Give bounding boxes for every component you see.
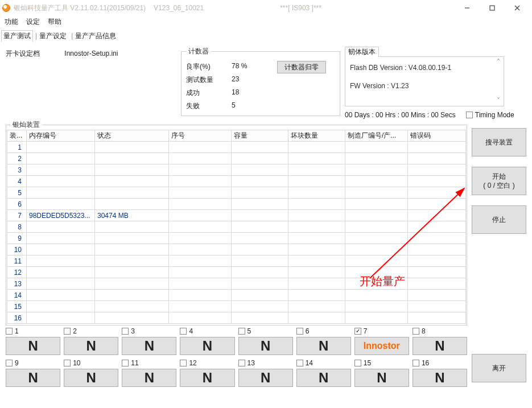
slot-4-checkbox[interactable] — [180, 328, 187, 335]
table-row[interactable]: 4 — [7, 176, 466, 187]
slot-8-status: N — [413, 337, 467, 355]
tab-mp-settings[interactable]: 量产设定 — [33, 30, 69, 42]
slot-4: 4N — [180, 327, 234, 355]
window-maximize-button[interactable] — [480, 1, 505, 15]
chip-label: ***[ IS903 ]*** — [280, 4, 321, 12]
slot-13-checkbox[interactable] — [238, 360, 245, 366]
slot-5-status: N — [238, 337, 293, 355]
slot-2-checkbox[interactable] — [64, 328, 71, 335]
slot-15-status: N — [354, 369, 409, 387]
stop-button[interactable]: 停止 — [472, 205, 526, 234]
fail-value: 5 — [232, 101, 271, 111]
app-title: 银灿科技量产工具 V2.11.02.11(2015/09/21) — [14, 3, 146, 13]
yield-value: 78 % — [232, 62, 271, 72]
slot-11: 11N — [122, 358, 176, 387]
tab-strip: 量产测试 量产设定 量产产品信息 — [0, 30, 532, 42]
table-row[interactable]: 8 — [7, 221, 466, 233]
tests-value: 23 — [232, 75, 271, 85]
fw-group: 韧体版本 Flash DB Version : V4.08.00.19-1 FW… — [345, 47, 515, 109]
col-memory-id[interactable]: 内存编号 — [27, 130, 95, 142]
slot-1-checkbox[interactable] — [6, 328, 13, 335]
exit-button[interactable]: 离开 — [472, 354, 526, 382]
table-row[interactable]: 798DEDED5D5323...30474 MB — [7, 210, 466, 221]
slot-11-checkbox[interactable] — [122, 360, 129, 366]
table-row[interactable]: 2 — [7, 153, 466, 164]
slot-8-checkbox[interactable] — [413, 328, 419, 335]
slot-5: 5N — [238, 327, 293, 355]
menu-function[interactable]: 功能 — [5, 17, 18, 27]
slot-2-status: N — [64, 337, 118, 355]
card-setup-file: Innostor-Setup.ini — [64, 50, 118, 57]
slot-14-status: N — [296, 369, 351, 387]
slot-1: 1N — [6, 327, 60, 355]
slot-grid: 1N 2N 3N 4N 5N 6N 7Innostor 8N 9N 10N 11… — [6, 327, 467, 387]
table-row[interactable]: 11 — [7, 255, 466, 267]
col-capacity[interactable]: 容量 — [232, 130, 288, 142]
tab-mp-test[interactable]: 量产测试 — [1, 30, 33, 42]
counter-reset-button[interactable]: 计数器归零 — [277, 61, 326, 73]
window-minimize-button[interactable] — [455, 1, 480, 15]
slot-1-status: N — [6, 337, 60, 355]
fw-scrollbar[interactable]: ˄˅ — [494, 57, 503, 105]
slot-12-checkbox[interactable] — [180, 360, 187, 366]
slot-10-checkbox[interactable] — [64, 360, 71, 366]
menu-help[interactable]: 帮助 — [48, 17, 61, 27]
col-badblocks[interactable]: 坏块数量 — [288, 130, 345, 142]
yield-label: 良率(%) — [186, 62, 232, 72]
search-device-button[interactable]: 搜寻装置 — [472, 128, 526, 156]
col-error[interactable]: 错误码 — [408, 130, 466, 142]
window-close-button[interactable] — [505, 1, 530, 15]
slot-5-checkbox[interactable] — [238, 328, 245, 335]
table-row[interactable]: 15 — [7, 301, 466, 312]
slot-11-status: N — [122, 369, 176, 387]
table-row[interactable]: 3 — [7, 164, 466, 176]
table-row[interactable]: 9 — [7, 233, 466, 244]
elapsed-timer: 00 Days : 00 Hrs : 00 Mins : 00 Secs — [345, 111, 456, 119]
table-row[interactable]: 10 — [7, 244, 466, 255]
table-row[interactable]: 12 — [7, 267, 466, 278]
table-row[interactable]: 14 — [7, 290, 466, 301]
slot-3-status: N — [122, 337, 176, 355]
slot-15: 15N — [354, 358, 409, 387]
col-device[interactable]: 装... — [7, 130, 27, 142]
slot-13: 13N — [238, 358, 293, 387]
table-row[interactable]: 1 — [7, 142, 466, 153]
table-row[interactable]: 5 — [7, 187, 466, 199]
pass-value: 18 — [232, 88, 271, 98]
app-icon — [2, 4, 10, 12]
slot-3-checkbox[interactable] — [122, 328, 129, 335]
table-row[interactable]: 13 — [7, 278, 466, 290]
slot-14: 14N — [296, 358, 351, 387]
slot-15-checkbox[interactable] — [354, 360, 361, 366]
slot-14-checkbox[interactable] — [296, 360, 303, 366]
slot-7-checkbox[interactable] — [354, 328, 361, 335]
tab-mp-product-info[interactable]: 量产产品信息 — [69, 30, 118, 42]
slot-2: 2N — [64, 327, 118, 355]
table-row[interactable]: 6 — [7, 199, 466, 210]
counter-group: 计数器 良率(%)78 % 测试数量23 成功18 失败5 计数器归零 — [181, 47, 340, 116]
fw-version: FW Version : V1.23 — [350, 80, 500, 92]
col-vendor[interactable]: 制造厂编号/产... — [345, 130, 408, 142]
slot-9-checkbox[interactable] — [6, 360, 13, 366]
col-status[interactable]: 状态 — [95, 130, 169, 142]
timing-mode-checkbox[interactable] — [466, 112, 473, 118]
timing-mode-label: Timing Mode — [475, 111, 514, 119]
slot-7: 7Innostor — [354, 327, 409, 355]
slot-6-status: N — [296, 337, 351, 355]
slot-9-status: N — [6, 369, 60, 387]
slot-6-checkbox[interactable] — [296, 328, 303, 335]
slot-13-status: N — [238, 369, 293, 387]
device-table: 装... 内存编号 状态 序号 容量 坏块数量 制造厂编号/产... 错误码 1… — [7, 130, 466, 324]
slot-6: 6N — [296, 327, 351, 355]
svg-rect-0 — [490, 6, 494, 10]
tests-label: 测试数量 — [186, 75, 232, 85]
fw-legend: 韧体版本 — [345, 47, 379, 57]
slot-8: 8N — [413, 327, 467, 355]
slot-10: 10N — [64, 358, 118, 387]
fail-label: 失败 — [186, 101, 232, 111]
menu-settings[interactable]: 设定 — [26, 17, 40, 27]
col-serial[interactable]: 序号 — [169, 130, 232, 142]
slot-16-checkbox[interactable] — [413, 360, 419, 366]
table-row[interactable]: 16 — [7, 312, 466, 324]
start-button[interactable]: 开始 ( 0 / 空白 ) — [472, 167, 526, 195]
